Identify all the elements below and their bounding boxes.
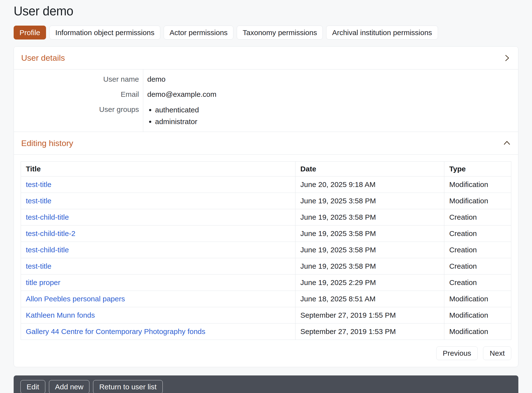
table-header-row: Title Date Type <box>21 162 511 177</box>
username-value: demo <box>143 69 518 87</box>
tab-information-object-permissions[interactable]: Information object permissions <box>49 26 160 39</box>
record-type: Modification <box>444 307 511 324</box>
record-type: Modification <box>444 177 511 193</box>
record-type: Creation <box>444 226 511 242</box>
action-bar: Edit Add new Return to user list <box>14 375 518 393</box>
record-date: June 19, 2025 2:29 PM <box>295 275 444 291</box>
record-date: September 27, 2019 1:55 PM <box>295 307 444 324</box>
table-row: test-title June 19, 2025 3:58 PM Modific… <box>21 193 511 209</box>
record-link[interactable]: Gallery 44 Centre for Contemporary Photo… <box>26 327 205 335</box>
record-link[interactable]: test-child-title <box>26 213 69 221</box>
record-date: June 19, 2025 3:58 PM <box>295 226 444 242</box>
record-type: Creation <box>444 258 511 275</box>
record-link[interactable]: test-child-title <box>26 246 69 254</box>
field-row-user-groups: User groups authenticated administrator <box>14 102 518 132</box>
user-groups-list: authenticated administrator <box>147 105 518 126</box>
record-date: June 19, 2025 3:58 PM <box>295 209 444 226</box>
editing-history-header[interactable]: Editing history <box>14 132 518 154</box>
user-groups-label: User groups <box>14 102 143 132</box>
user-details-table: User name demo Email demo@example.com Us… <box>14 69 518 132</box>
field-row-username: User name demo <box>14 69 518 87</box>
username-label: User name <box>14 69 143 87</box>
tab-archival-institution-permissions[interactable]: Archival institution permissions <box>326 26 438 39</box>
record-link[interactable]: test-title <box>26 197 51 205</box>
record-date: June 19, 2025 3:58 PM <box>295 258 444 275</box>
next-button[interactable]: Next <box>483 346 511 360</box>
record-type: Creation <box>444 209 511 226</box>
record-type: Creation <box>444 275 511 291</box>
editing-history-heading: Editing history <box>21 138 73 148</box>
record-type: Creation <box>444 242 511 258</box>
user-details-section: User name demo Email demo@example.com Us… <box>14 69 518 132</box>
previous-button[interactable]: Previous <box>436 346 478 360</box>
table-row: title proper June 19, 2025 2:29 PM Creat… <box>21 275 511 291</box>
table-row: test-child-title June 19, 2025 3:58 PM C… <box>21 242 511 258</box>
page-title: User demo <box>14 4 518 18</box>
record-link[interactable]: Allon Peebles personal papers <box>26 295 125 303</box>
email-value: demo@example.com <box>143 87 518 102</box>
table-row: Allon Peebles personal papers June 18, 2… <box>21 291 511 307</box>
table-row: test-child-title June 19, 2025 3:58 PM C… <box>21 209 511 226</box>
record-link[interactable]: test-child-title-2 <box>26 229 75 237</box>
return-to-user-list-button[interactable]: Return to user list <box>93 380 162 393</box>
profile-accordion: User details User name demo Email demo@e… <box>14 46 518 367</box>
chevron-up-icon <box>503 139 511 147</box>
table-row: test-title June 20, 2025 9:18 AM Modific… <box>21 177 511 193</box>
user-details-header[interactable]: User details <box>14 47 518 69</box>
record-link[interactable]: test-title <box>26 262 51 270</box>
column-header-date: Date <box>295 162 444 177</box>
email-label: Email <box>14 87 143 102</box>
user-group-item: authenticated <box>155 105 518 115</box>
tab-profile[interactable]: Profile <box>14 26 46 39</box>
record-date: June 19, 2025 3:58 PM <box>295 242 444 258</box>
edit-button[interactable]: Edit <box>20 380 45 393</box>
record-date: June 19, 2025 3:58 PM <box>295 193 444 209</box>
record-link[interactable]: Kathleen Munn fonds <box>26 311 95 319</box>
table-row: test-title June 19, 2025 3:58 PM Creatio… <box>21 258 511 275</box>
field-row-email: Email demo@example.com <box>14 87 518 102</box>
record-date: September 27, 2019 1:53 PM <box>295 324 444 340</box>
column-header-type: Type <box>444 162 511 177</box>
permission-tabs: Profile Information object permissions A… <box>14 26 518 39</box>
editing-history-section: Title Date Type test-title June 20, 2025… <box>14 154 518 367</box>
user-profile-page: User demo Profile Information object per… <box>0 0 532 393</box>
record-link[interactable]: test-title <box>26 180 51 188</box>
table-row: test-child-title-2 June 19, 2025 3:58 PM… <box>21 226 511 242</box>
table-row: Kathleen Munn fonds September 27, 2019 1… <box>21 307 511 324</box>
user-groups-value: authenticated administrator <box>143 102 518 132</box>
record-link[interactable]: title proper <box>26 278 60 286</box>
tab-actor-permissions[interactable]: Actor permissions <box>164 26 233 39</box>
record-type: Modification <box>444 324 511 340</box>
add-new-button[interactable]: Add new <box>49 380 90 393</box>
editing-history-table: Title Date Type test-title June 20, 2025… <box>21 161 511 340</box>
tab-taxonomy-permissions[interactable]: Taxonomy permissions <box>237 26 323 39</box>
chevron-right-icon <box>503 54 511 62</box>
record-date: June 20, 2025 9:18 AM <box>295 177 444 193</box>
user-group-item: administrator <box>155 117 518 126</box>
pagination: Previous Next <box>21 346 511 360</box>
user-details-heading: User details <box>21 53 65 63</box>
table-row: Gallery 44 Centre for Contemporary Photo… <box>21 324 511 340</box>
record-type: Modification <box>444 291 511 307</box>
record-type: Modification <box>444 193 511 209</box>
record-date: June 18, 2025 8:51 AM <box>295 291 444 307</box>
column-header-title: Title <box>21 162 295 177</box>
